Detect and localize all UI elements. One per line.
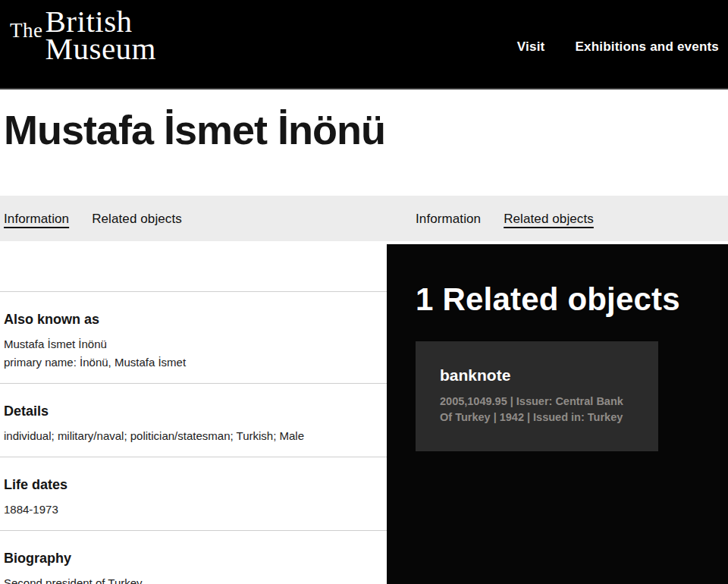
section-heading: Details (4, 404, 372, 418)
info-section-details: Details individual; military/naval; poli… (0, 383, 387, 457)
info-section-also-known-as: Also known as Mustafa İsmet İnönü primar… (0, 291, 387, 383)
object-card-banknote[interactable]: banknote 2005,1049.95 | Issuer: Central … (416, 341, 658, 451)
content-row: Also known as Mustafa İsmet İnönü primar… (0, 244, 728, 584)
tab-band: Information Related objects Information … (0, 196, 728, 241)
logo-text-the: The (10, 20, 42, 41)
header-nav: Visit Exhibitions and events (517, 39, 719, 55)
related-objects-heading: 1 Related objects (416, 282, 728, 317)
site-header: The BritishMuseum Visit Exhibitions and … (0, 0, 728, 89)
section-line: Mustafa İsmet İnönü (4, 335, 372, 353)
title-section: Mustafa İsmet İnönü (0, 89, 728, 196)
section-heading: Biography (4, 551, 372, 565)
logo-text-main: BritishMuseum (45, 8, 156, 62)
section-line: individual; military/naval; politician/s… (4, 427, 372, 445)
section-line: Second president of Turkey. (4, 574, 372, 584)
tab-related-objects-right[interactable]: Related objects (504, 210, 594, 227)
page-title: Mustafa İsmet İnönü (4, 108, 720, 152)
nav-item-exhibitions-and-events[interactable]: Exhibitions and events (575, 39, 719, 55)
british-museum-logo[interactable]: The BritishMuseum (10, 8, 156, 62)
object-card-meta: 2005,1049.95 | Issuer: Central Bank Of T… (440, 394, 634, 425)
right-tab-group: Information Related objects (416, 196, 594, 241)
info-section-life-dates: Life dates 1884-1973 (0, 457, 387, 530)
info-section-biography: Biography Second president of Turkey. (0, 530, 387, 584)
tab-information-right[interactable]: Information (416, 210, 481, 227)
section-line: primary name: İnönü, Mustafa İsmet (4, 353, 372, 372)
tab-related-objects-left[interactable]: Related objects (92, 210, 182, 227)
related-objects-panel: 1 Related objects banknote 2005,1049.95 … (387, 244, 728, 584)
left-tab-group: Information Related objects (4, 196, 182, 241)
nav-item-visit[interactable]: Visit (517, 39, 545, 55)
information-panel: Also known as Mustafa İsmet İnönü primar… (0, 244, 387, 584)
section-heading: Also known as (4, 312, 372, 326)
page: The BritishMuseum Visit Exhibitions and … (0, 0, 728, 584)
section-heading: Life dates (4, 478, 372, 491)
logo-line-museum: Museum (45, 31, 156, 66)
section-line: 1884-1973 (4, 501, 372, 519)
object-card-title: banknote (440, 367, 634, 384)
tab-information-left[interactable]: Information (4, 210, 69, 227)
